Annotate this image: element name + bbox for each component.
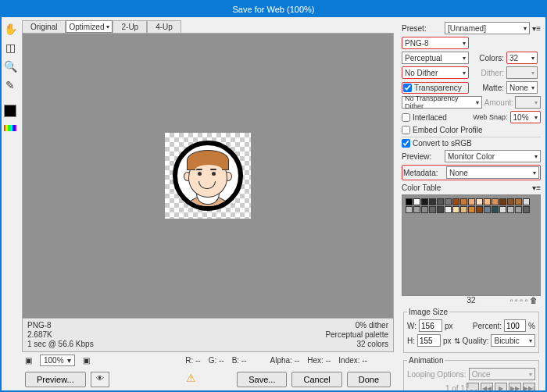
swatch[interactable] — [492, 198, 499, 205]
swatch[interactable] — [484, 206, 491, 213]
swatch[interactable] — [445, 198, 452, 205]
eyedropper-tool-icon[interactable]: ✎ — [3, 78, 17, 92]
tool-strip: ✋ ◫ 🔍 ✎ — [2, 17, 19, 390]
swatch[interactable] — [515, 198, 522, 205]
swatch[interactable] — [413, 198, 420, 205]
preview-label: Preview: — [402, 152, 442, 161]
swatch[interactable] — [421, 206, 428, 213]
swatch[interactable] — [499, 198, 506, 205]
swatch[interactable] — [460, 198, 467, 205]
websnap-select[interactable]: 10% — [510, 111, 541, 123]
swatch[interactable] — [499, 206, 506, 213]
matte-label: Matte: — [471, 84, 504, 92]
info-colors: 32 colors — [356, 340, 388, 348]
preview-select[interactable]: Monitor Color — [445, 150, 541, 162]
width-input[interactable] — [419, 319, 442, 332]
zoom-out-icon[interactable]: ▣ — [25, 356, 32, 365]
dither-amt-label: Dither: — [471, 69, 504, 77]
swatch[interactable] — [515, 206, 522, 213]
metadata-select[interactable]: None — [446, 166, 539, 179]
preview-tabs: Original Optimized 2-Up 4-Up — [22, 20, 394, 33]
info-dither: 0% dither — [356, 321, 388, 330]
percent-input[interactable] — [504, 319, 526, 332]
readout-alpha: Alpha: -- — [270, 356, 300, 365]
height-input[interactable] — [417, 334, 441, 347]
tab-2up[interactable]: 2-Up — [113, 20, 147, 33]
link-icon[interactable]: ⇅ — [454, 337, 460, 345]
swatch[interactable] — [452, 206, 459, 213]
swatch[interactable] — [429, 206, 436, 213]
swatch[interactable] — [406, 198, 413, 205]
first-frame-icon: |◀◀ — [467, 383, 479, 392]
swatch[interactable] — [468, 206, 475, 213]
swatch[interactable] — [460, 206, 467, 213]
zoom-in-icon[interactable]: ▣ — [83, 356, 90, 365]
dither-method-select[interactable]: No Dither — [402, 66, 469, 79]
swatch[interactable] — [429, 198, 436, 205]
browser-icon[interactable]: 👁 — [91, 372, 109, 387]
colortable-menu-icon[interactable]: ▾≡ — [532, 184, 541, 192]
tab-4up[interactable]: 4-Up — [147, 20, 181, 33]
swatch[interactable] — [437, 198, 444, 205]
preview-button[interactable]: Preview... — [25, 372, 86, 387]
hand-tool-icon[interactable]: ✋ — [3, 22, 17, 36]
matte-select[interactable]: None — [506, 81, 538, 94]
swatch[interactable] — [476, 206, 483, 213]
info-bar: PNG-8 2.687K 1 sec @ 56.6 Kbps 0% dither… — [22, 319, 394, 352]
preview-pane[interactable] — [22, 33, 394, 319]
swatch[interactable] — [484, 198, 491, 205]
foreground-swatch[interactable] — [4, 105, 16, 117]
colors-select[interactable]: 32 — [506, 52, 538, 64]
canvas-checker — [165, 133, 251, 219]
transparency-checkbox[interactable]: Transparency — [402, 82, 469, 94]
cancel-button[interactable]: Cancel — [291, 372, 341, 387]
reduction-select[interactable]: Perceptual — [402, 52, 469, 64]
swatch[interactable] — [445, 206, 452, 213]
last-frame-icon: ▶▶| — [523, 383, 535, 392]
interlaced-checkbox[interactable]: Interlaced — [402, 113, 468, 122]
swatch[interactable] — [437, 206, 444, 213]
convert-srgb-checkbox[interactable]: Convert to sRGB — [402, 139, 472, 148]
swatch[interactable] — [492, 206, 499, 213]
info-palette: Perceptual palette — [325, 330, 388, 339]
swatch[interactable] — [421, 198, 428, 205]
embed-profile-checkbox[interactable]: Embed Color Profile — [402, 126, 482, 134]
colortable-tools[interactable]: ▫ ▫ ▫ ▫ 🗑 — [510, 296, 538, 305]
zoom-tool-icon[interactable]: 🔍 — [3, 59, 17, 73]
swatch[interactable] — [406, 206, 413, 213]
slice-tool-icon[interactable]: ◫ — [3, 41, 17, 55]
swatch[interactable] — [523, 206, 530, 213]
preset-menu-icon[interactable]: ▾≡ — [532, 24, 541, 33]
tab-optimized[interactable]: Optimized — [66, 20, 113, 33]
zoom-select[interactable]: 100%▾ — [40, 355, 75, 366]
color-bar-icon[interactable] — [4, 125, 16, 131]
readout-hex: Hex: -- — [307, 356, 331, 365]
metadata-label: Metadata: — [403, 169, 444, 177]
done-button[interactable]: Done — [347, 372, 391, 387]
color-table[interactable] — [402, 194, 541, 296]
format-select[interactable]: PNG-8 — [402, 37, 469, 49]
colortable-label: Color Table — [402, 184, 441, 192]
avatar-image — [173, 141, 243, 211]
swatch[interactable] — [523, 198, 530, 205]
swatch[interactable] — [507, 206, 514, 213]
amount-select — [515, 96, 541, 109]
amount-label: Amount: — [484, 98, 513, 107]
swatch[interactable] — [452, 198, 459, 205]
animation-group: Animation Looping Options:Once 1 of 1 |◀… — [403, 356, 539, 392]
swatch[interactable] — [476, 198, 483, 205]
dither-amt-select — [506, 66, 538, 79]
readout-g: G: -- — [209, 356, 224, 365]
readout-b: B: -- — [232, 356, 247, 365]
swatch[interactable] — [507, 198, 514, 205]
tab-original[interactable]: Original — [22, 20, 66, 33]
trans-dither-select[interactable]: No Transparency Dither — [402, 96, 482, 109]
quality-select[interactable]: Bicubic — [491, 334, 535, 347]
save-button[interactable]: Save... — [237, 372, 287, 387]
swatch[interactable] — [413, 206, 420, 213]
swatch[interactable] — [468, 198, 475, 205]
prev-frame-icon: ◀◀ — [481, 383, 493, 392]
play-icon: ▶ — [495, 383, 507, 392]
preset-select[interactable]: [Unnamed] — [445, 22, 530, 34]
preset-label: Preset: — [402, 24, 442, 33]
